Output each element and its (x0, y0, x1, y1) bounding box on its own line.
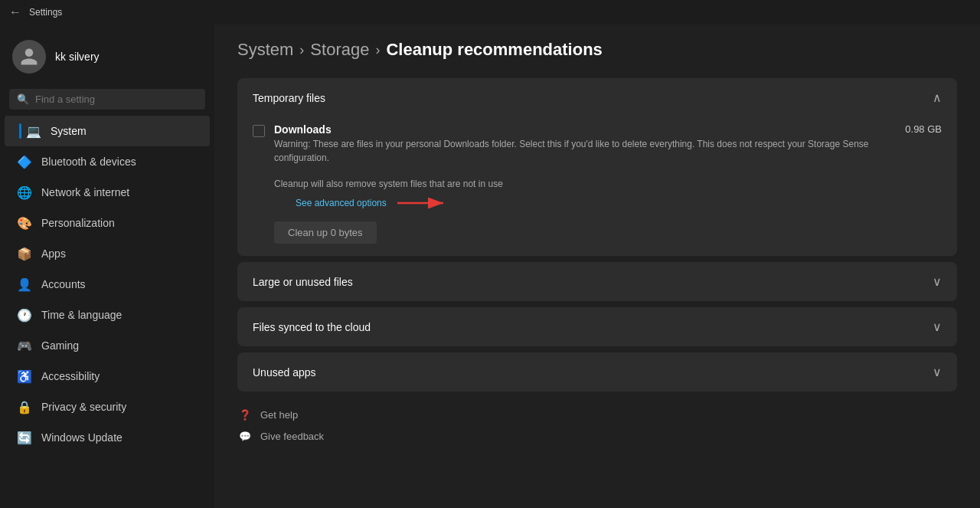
section-unused-apps: Unused apps ∨ (237, 352, 957, 392)
sidebar-item-windows-update[interactable]: 🔄 Windows Update (5, 422, 210, 453)
section-title-large-unused-files: Large or unused files (253, 276, 353, 288)
page-title: Cleanup recommendations (386, 40, 602, 60)
network-label: Network & internet (41, 186, 129, 198)
windows-update-label: Windows Update (41, 431, 122, 444)
section-large-unused-files: Large or unused files ∨ (237, 262, 957, 301)
sections-container: Temporary files ∧ Downloads Warning: The… (237, 78, 957, 392)
sidebar-item-privacy[interactable]: 🔒 Privacy & security (5, 392, 210, 422)
give-feedback-icon: 💬 (237, 428, 253, 444)
get-help-icon: ❓ (237, 407, 253, 422)
privacy-icon: 🔒 (17, 399, 32, 415)
breadcrumb-sep-2: › (375, 42, 380, 58)
section-temporary-files: Temporary files ∧ Downloads Warning: The… (237, 78, 957, 256)
breadcrumb: System › Storage › Cleanup recommendatio… (237, 40, 957, 60)
accounts-icon: 👤 (17, 277, 32, 292)
cleanup-note: Cleanup will also remove system files th… (274, 177, 942, 191)
download-info-downloads: Downloads Warning: These are files in yo… (274, 123, 896, 165)
sidebar-item-network[interactable]: 🌐 Network & internet (5, 177, 210, 208)
checkbox-downloads[interactable] (253, 125, 265, 137)
apps-label: Apps (41, 247, 66, 260)
titlebar: ← Settings (0, 0, 980, 25)
sidebar-item-personalization[interactable]: 🎨 Personalization (5, 208, 210, 238)
get-help-label: Get help (260, 409, 298, 421)
section-header-unused-apps[interactable]: Unused apps ∨ (237, 352, 957, 392)
time-icon: 🕐 (17, 307, 32, 323)
sidebar-item-bluetooth[interactable]: 🔷 Bluetooth & devices (5, 146, 210, 177)
section-header-large-unused-files[interactable]: Large or unused files ∨ (237, 262, 957, 301)
download-item-downloads: Downloads Warning: These are files in yo… (253, 117, 942, 171)
bluetooth-label: Bluetooth & devices (41, 156, 136, 168)
personalization-label: Personalization (41, 217, 115, 229)
main-layout: kk silvery 🔍 💻 System 🔷 Bluetooth & devi… (0, 25, 980, 508)
bottom-links: ❓ Get help 💬 Give feedback (237, 407, 957, 444)
breadcrumb-storage[interactable]: Storage (310, 40, 369, 60)
sidebar-item-accounts[interactable]: 👤 Accounts (5, 269, 210, 300)
breadcrumb-system[interactable]: System (237, 40, 293, 60)
time-label: Time & language (41, 309, 122, 321)
windows-update-icon: 🔄 (17, 430, 32, 445)
section-title-files-synced-cloud: Files synced to the cloud (253, 321, 371, 333)
search-box[interactable]: 🔍 (9, 89, 205, 110)
section-header-temporary-files[interactable]: Temporary files ∧ (237, 78, 957, 117)
sidebar-item-gaming[interactable]: 🎮 Gaming (5, 330, 210, 361)
avatar[interactable] (12, 40, 46, 74)
bluetooth-icon: 🔷 (17, 154, 32, 169)
clean-button[interactable]: Clean up 0 bytes (274, 221, 377, 244)
apps-icon: 📦 (17, 246, 32, 261)
download-size-downloads: 0.98 GB (905, 123, 942, 135)
search-icon: 🔍 (17, 93, 29, 105)
breadcrumb-sep-1: › (299, 42, 304, 58)
gaming-icon: 🎮 (17, 338, 32, 353)
chevron-files-synced-cloud-icon: ∨ (933, 320, 942, 334)
bottom-link-get-help[interactable]: ❓ Get help (237, 407, 957, 422)
annotation-arrow (390, 194, 451, 212)
gaming-label: Gaming (41, 339, 79, 352)
sidebar: kk silvery 🔍 💻 System 🔷 Bluetooth & devi… (0, 25, 214, 508)
section-content-temporary-files: Downloads Warning: These are files in yo… (237, 117, 957, 256)
advanced-options-link[interactable]: See advanced options (296, 198, 387, 208)
content-area: System › Storage › Cleanup recommendatio… (214, 25, 980, 508)
user-section: kk silvery (0, 31, 214, 86)
username: kk silvery (55, 51, 100, 63)
system-label: System (51, 125, 87, 137)
download-desc-downloads: Warning: These are files in your persona… (274, 137, 896, 165)
section-header-files-synced-cloud[interactable]: Files synced to the cloud ∨ (237, 307, 957, 346)
system-icon: 💻 (26, 123, 41, 139)
search-input[interactable] (35, 93, 198, 105)
download-name-downloads: Downloads (274, 123, 896, 136)
network-icon: 🌐 (17, 185, 32, 200)
section-title-temporary-files: Temporary files (253, 92, 325, 104)
sidebar-item-system[interactable]: 💻 System (5, 116, 210, 146)
bottom-link-give-feedback[interactable]: 💬 Give feedback (237, 428, 957, 444)
active-bar (19, 123, 21, 139)
section-title-unused-apps: Unused apps (253, 366, 316, 379)
sidebar-item-accessibility[interactable]: ♿ Accessibility (5, 361, 210, 392)
sidebar-item-apps[interactable]: 📦 Apps (5, 238, 210, 269)
privacy-label: Privacy & security (41, 401, 126, 413)
accessibility-icon: ♿ (17, 369, 32, 384)
advanced-options-row: See advanced options (274, 194, 942, 212)
sidebar-item-time[interactable]: 🕐 Time & language (5, 300, 210, 330)
chevron-temporary-files-icon: ∧ (933, 90, 942, 105)
personalization-icon: 🎨 (17, 215, 32, 231)
section-files-synced-cloud: Files synced to the cloud ∨ (237, 307, 957, 346)
accounts-label: Accounts (41, 278, 86, 290)
give-feedback-label: Give feedback (260, 431, 324, 442)
chevron-large-unused-files-icon: ∨ (933, 274, 942, 289)
back-button[interactable]: ← (9, 5, 21, 19)
app-title: Settings (29, 7, 62, 18)
nav-list: 💻 System 🔷 Bluetooth & devices 🌐 Network… (0, 116, 214, 453)
accessibility-label: Accessibility (41, 370, 100, 382)
chevron-unused-apps-icon: ∨ (933, 365, 942, 379)
